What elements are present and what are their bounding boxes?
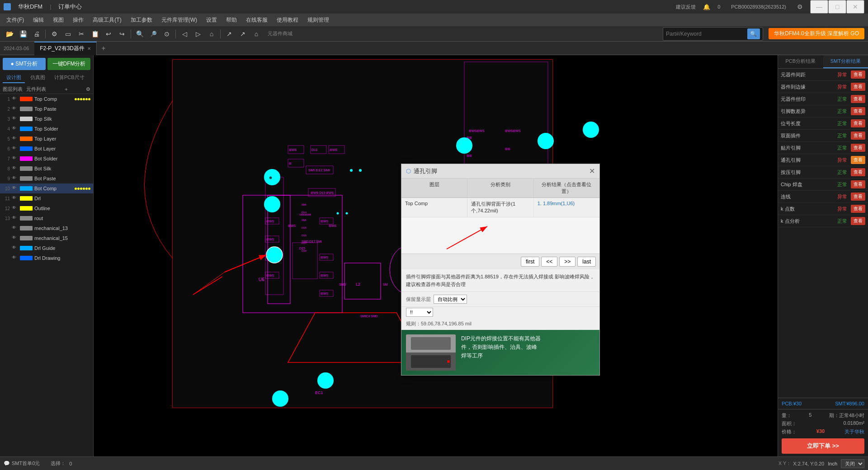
menu-library[interactable]: 元件库管理(W) [157, 14, 202, 26]
print-button[interactable]: 🖨 [31, 28, 42, 40]
view-btn-component-spacing[interactable]: 查看 [851, 70, 865, 79]
view-btn-kpoint[interactable]: 查看 [851, 205, 865, 213]
layer-eye-icon[interactable]: 👁 [12, 185, 18, 192]
view-btn-ref-length[interactable]: 查看 [851, 119, 865, 127]
layer-eye-icon[interactable]: 👁 [12, 146, 18, 152]
open-button[interactable]: 📂 [4, 28, 15, 40]
layer-row-top-silk[interactable]: 3 👁 Top Silk [0, 114, 93, 124]
upgrade-button[interactable]: 华秋DFM4.0全新升级 深度解析 GO [769, 28, 864, 39]
view-btn-edge-distance[interactable]: 查看 [851, 83, 865, 91]
layer-row-drl-guide[interactable]: 👁 Drl Guide [0, 243, 93, 253]
view-btn-silkscreen[interactable]: 查看 [851, 95, 865, 103]
layer-eye-icon[interactable]: 👁 [12, 235, 18, 241]
view-btn-pin-count[interactable]: 查看 [851, 107, 865, 115]
layer-row-top-layer[interactable]: 5 👁 Top Layer [0, 134, 93, 144]
smt-analysis-button[interactable]: ● SMT分析 [3, 58, 46, 70]
layer-row-outline[interactable]: 12 👁 Outline [0, 203, 93, 213]
layer-row-drl-drawing[interactable]: 👁 Drl Drawing [0, 253, 93, 263]
layer-row-mech13[interactable]: 👁 mechanical_13 [0, 223, 93, 233]
menu-settings[interactable]: 设置 [202, 14, 222, 26]
add-layer-icon[interactable]: ＋ [64, 86, 69, 93]
layer-eye-icon[interactable]: 👁 [12, 215, 18, 221]
prev-button[interactable]: ◁ [179, 28, 190, 40]
zoom-in-button[interactable]: 🔍 [134, 28, 146, 40]
nav-first-button[interactable]: first [521, 257, 539, 267]
nav-prev-button[interactable]: << [541, 257, 557, 267]
fit-button[interactable]: ⊙ [161, 28, 173, 40]
save-button[interactable]: 💾 [17, 28, 29, 40]
view-btn-connection[interactable]: 查看 [851, 193, 865, 201]
layer-eye-icon[interactable]: 👁 [12, 195, 18, 202]
layer-row-bot-solder[interactable]: 7 👁 Bot Solder [0, 154, 93, 164]
tab-simulate[interactable]: 仿真图 [27, 73, 49, 83]
layer-row-mech15[interactable]: 👁 mechanical_15 [0, 233, 93, 243]
copy-button[interactable]: 📋 [89, 28, 101, 40]
home2-button[interactable]: ⌂ [250, 28, 262, 40]
layer-eye-icon[interactable]: 👁 [12, 155, 18, 162]
view-btn-double-side[interactable]: 查看 [851, 132, 865, 140]
search-button[interactable]: 🔍 [747, 28, 760, 39]
menu-rules[interactable]: 规则管理 [303, 14, 334, 26]
layer-eye-icon[interactable]: 👁 [12, 126, 18, 132]
order-button[interactable]: 立即下单 >> [782, 438, 864, 454]
menu-file[interactable]: 文件(F) [2, 14, 28, 26]
auto-scale-select[interactable]: 自动比例 [434, 295, 467, 304]
view-btn-chip-pad[interactable]: 查看 [851, 180, 865, 188]
layer-eye-icon[interactable]: 👁 [12, 225, 18, 231]
layer-row-rout[interactable]: 13 👁 rout [0, 213, 93, 223]
menu-advanced[interactable]: 高级工具(T) [88, 14, 126, 26]
layer-eye-icon[interactable]: 👁 [12, 136, 18, 142]
layer-eye-icon[interactable]: 👁 [12, 175, 18, 182]
zoom-out-button[interactable]: 🔎 [147, 28, 159, 40]
next-button[interactable]: ▷ [192, 28, 204, 40]
search-input[interactable] [666, 31, 747, 37]
cut-button[interactable]: ✂ [75, 28, 87, 40]
layer-eye-icon[interactable]: 👁 [12, 205, 18, 212]
dfm-analysis-button[interactable]: 一键DFM分析 [47, 58, 90, 70]
minimize-button[interactable]: — [810, 0, 828, 14]
layer-row-drl[interactable]: 11 👁 Drl [0, 193, 93, 203]
ratio-select[interactable]: !! [406, 308, 433, 317]
close-button[interactable]: ✕ [846, 0, 864, 14]
settings-tool-button[interactable]: ⚙ [48, 28, 60, 40]
tab-add-button[interactable]: + [97, 42, 110, 55]
feedback-link[interactable]: 建议反馈 [676, 4, 696, 10]
route2-button[interactable]: ↗ [237, 28, 249, 40]
tab-close-icon[interactable]: ✕ [87, 46, 91, 51]
menu-service[interactable]: 在线客服 [241, 14, 272, 26]
redo-button[interactable]: ↪ [116, 28, 128, 40]
menu-process[interactable]: 加工参数 [126, 14, 157, 26]
layer-eye-icon[interactable]: 👁 [12, 106, 18, 112]
maximize-button[interactable]: □ [828, 0, 846, 14]
view-btn-smd-pin[interactable]: 查看 [851, 144, 865, 152]
view-btn-press-pin[interactable]: 查看 [851, 168, 865, 176]
cell-result[interactable]: 1. 1.89mm(1,U6) [534, 198, 599, 217]
layer-row-bot-paste[interactable]: 9 👁 Bot Paste [0, 174, 93, 183]
close-select[interactable]: 关闭 [841, 459, 864, 468]
dialog-close-button[interactable]: ✕ [589, 167, 595, 175]
tab-pcb-size[interactable]: 计算PCB尺寸 [51, 73, 88, 83]
huaqiu-link[interactable]: 关于华秋 [844, 428, 864, 435]
tab-design[interactable]: 设计图 [3, 73, 25, 83]
layer-eye-icon[interactable]: 👁 [12, 255, 18, 261]
view-btn-kpoint-analysis[interactable]: 查看 [851, 217, 865, 225]
settings-layer-icon[interactable]: ⚙ [86, 86, 90, 92]
view-btn-through-hole[interactable]: 查看 [851, 156, 865, 164]
menu-view[interactable]: 视图 [48, 14, 68, 26]
layer-eye-icon[interactable]: 👁 [12, 96, 18, 102]
layer-eye-icon[interactable]: 👁 [12, 165, 18, 172]
layer-row-top-solder[interactable]: 4 👁 Top Solder [0, 124, 93, 134]
undo-button[interactable]: ↩ [103, 28, 114, 40]
settings-icon[interactable]: ⚙ [797, 3, 803, 10]
menu-help[interactable]: 帮助 [222, 14, 241, 26]
route1-button[interactable]: ↗ [223, 28, 235, 40]
menu-tutorial[interactable]: 使用教程 [272, 14, 303, 26]
nav-last-button[interactable]: last [577, 257, 596, 267]
layer-row-bot-silk[interactable]: 8 👁 Bot Silk [0, 164, 93, 174]
rect-button[interactable]: ▭ [62, 28, 74, 40]
layer-eye-icon[interactable]: 👁 [12, 245, 18, 251]
layer-row-bot-layer[interactable]: 6 👁 Bot Layer [0, 144, 93, 154]
tab-pcb-results[interactable]: PCB分析结果 [778, 55, 823, 68]
layer-row-top-comp[interactable]: 1 👁 Top Comp [0, 94, 93, 104]
layer-row-top-paste[interactable]: 2 👁 Top Paste [0, 104, 93, 114]
